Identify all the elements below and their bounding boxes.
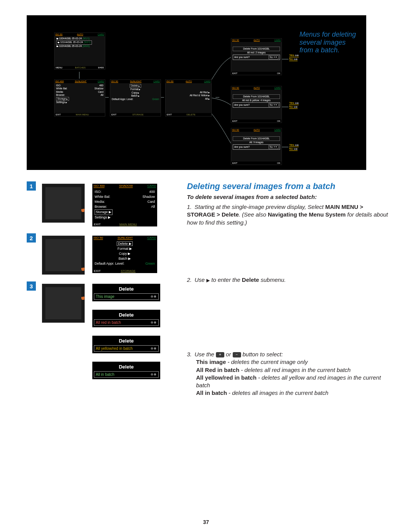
screen-delete-options: ISO 50AUTOCARD All Red All Red & Yellow … <box>165 79 212 116</box>
delete-card-all: Delete All in batch⊖⊕ <box>92 362 160 379</box>
section-heading: Deleting several images from a batch <box>187 181 389 191</box>
camera-back-thumb-1 <box>42 184 85 223</box>
step-2-text: 2.Use to enter the Delete submenu. <box>187 276 389 284</box>
step-marker-3: 3 <box>27 281 36 291</box>
screen-batches: ISO 50AUTOCARD 100HASBL 05-03-24 (9/1/1)… <box>54 32 105 70</box>
step-marker-1: 1 <box>27 181 36 191</box>
step-marker-2: 2 <box>27 233 36 243</box>
hand-pointer-icon <box>79 206 90 217</box>
right-arrow-icon <box>206 277 210 283</box>
page-number: 37 <box>0 519 412 525</box>
section-subtitle: To delete several images from a selected… <box>187 194 389 200</box>
step-3-text: 3.Use the + or − button to select: This … <box>187 351 389 397</box>
camera-back-thumb-2 <box>42 236 85 275</box>
screen-confirm-all: ISO 50AUTOCARD Delete From 101HASBL All:… <box>231 128 282 165</box>
step1-main-menu-screen: ISO 400SHADOWCARD ISO:400 White Bal:Shad… <box>92 184 157 226</box>
minus-button-icon: − <box>233 352 241 357</box>
plus-button-icon: + <box>216 352 224 357</box>
delete-card-this-image: Delete This image⊖⊕ <box>92 284 160 301</box>
steps-illustrations-column: 1 ISO 400SHADOWCARD ISO:400 White Bal:Sh… <box>27 181 175 401</box>
legend-yes-no-1: YesNo <box>289 53 299 61</box>
delete-card-all-red: Delete All red in batch⊖⊕ <box>92 310 160 327</box>
screen-confirm-redyellow: ISO 50AUTOCARD Delete From 101HASBL All … <box>231 86 282 123</box>
step-1-text: 1.Starting at the single-image preview d… <box>187 203 389 226</box>
camera-back-thumb-3 <box>42 284 85 323</box>
step2-storage-screen: ISO 50SUNLIGHTCARD Delete ▶ Format ▶ Cop… <box>92 236 157 273</box>
legend-yes-no-3: YesNo <box>289 143 299 151</box>
diagram-caption: Menus for deleting several images from a… <box>299 31 359 54</box>
menu-flow-diagram: Menus for deleting several images from a… <box>27 15 366 170</box>
screen-storage: ISO 50SUNLIGHTCARD Delete Format Copy Ba… <box>110 79 161 116</box>
hand-pointer-icon <box>79 265 90 276</box>
legend-yes-no-2: YesNo <box>289 101 299 109</box>
screen-main-menu: ISO 400SUNLIGHTCARD ISO:400 White Bal:Sh… <box>54 79 105 116</box>
hand-pointer-icon <box>79 294 90 305</box>
delete-card-yellow-red: Delete All yellow/red in batch⊖⊕ <box>92 336 160 353</box>
screen-confirm-allred: ISO 50AUTOCARD Delete From 101HASBL All … <box>231 38 282 75</box>
